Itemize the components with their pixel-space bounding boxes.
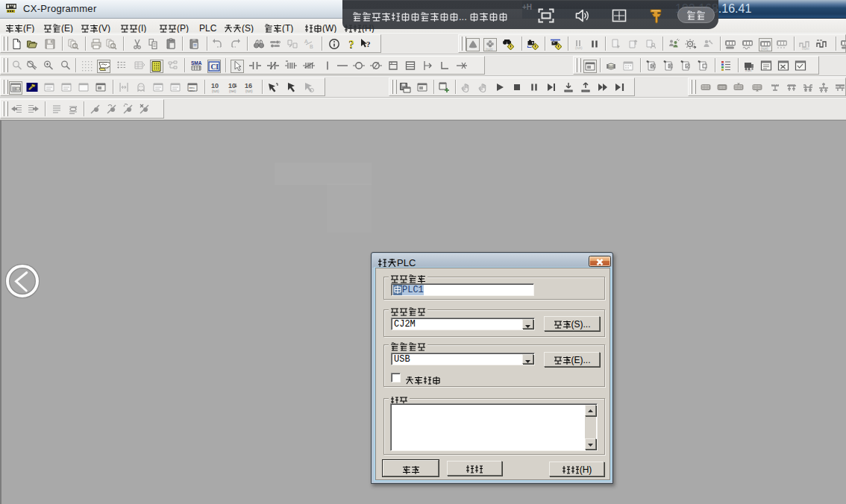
- svg-text:(net): (net): [229, 89, 236, 93]
- svg-text:A: A: [304, 39, 308, 44]
- svg-text:16: 16: [245, 82, 252, 89]
- svg-text:SMA: SMA: [191, 60, 202, 66]
- svg-text:10: 10: [228, 82, 236, 89]
- svg-text:(run): (run): [245, 89, 253, 93]
- svg-text:(run): (run): [802, 47, 809, 51]
- svg-text:B: B: [310, 44, 313, 49]
- svg-text:?: ?: [366, 40, 371, 48]
- svg-text:?: ?: [349, 39, 354, 50]
- svg-text:(run): (run): [745, 69, 752, 72]
- svg-text:(run): (run): [486, 48, 493, 51]
- svg-text:10: 10: [211, 82, 219, 89]
- svg-text:CI: CI: [211, 63, 219, 71]
- svg-text:002: 002: [189, 89, 195, 92]
- svg-text:(run): (run): [761, 47, 768, 51]
- svg-text:(run): (run): [575, 46, 583, 50]
- svg-text:(run): (run): [212, 89, 219, 93]
